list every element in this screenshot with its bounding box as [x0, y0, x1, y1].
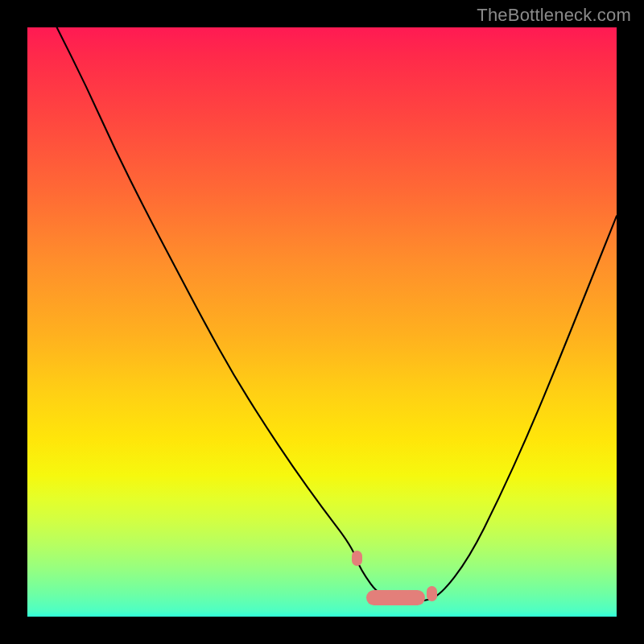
bottleneck-curve — [27, 27, 617, 617]
accent-segment — [366, 590, 425, 605]
attribution-label: TheBottleneck.com — [477, 5, 631, 26]
chart-plot-area — [27, 27, 617, 617]
accent-segment — [352, 551, 362, 566]
accent-segment — [427, 586, 436, 601]
